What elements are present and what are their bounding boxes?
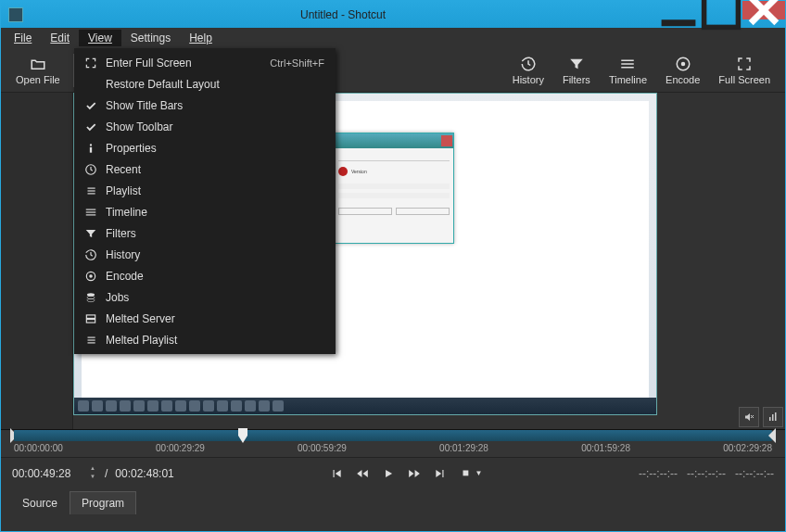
funnel-icon <box>568 56 585 72</box>
timeline-ruler[interactable]: 00:00:00:00 00:00:29:29 00:00:59:29 00:0… <box>1 429 785 457</box>
menu-history[interactable]: History <box>74 244 336 265</box>
menu-help[interactable]: Help <box>180 30 222 46</box>
menu-playlist[interactable]: Playlist <box>74 180 336 201</box>
menu-file[interactable]: File <box>5 30 41 46</box>
menu-timeline[interactable]: Timeline <box>74 201 336 222</box>
mute-button[interactable] <box>739 407 759 427</box>
time-mark: 00:02:29:28 <box>723 443 772 453</box>
frame-taskbar <box>74 398 656 414</box>
folder-open-icon <box>30 56 46 72</box>
time-mark: 00:00:29:29 <box>156 443 205 453</box>
history-icon <box>520 56 537 72</box>
menu-restore-layout[interactable]: Restore Default Layout <box>74 73 336 95</box>
tc-1: --:--:--:-- <box>639 467 678 480</box>
filters-button[interactable]: Filters <box>553 54 600 87</box>
playback-controls: ▲▼ / 00:02:48:01 ▼ --:--:--:-- --:--:--:… <box>1 457 785 488</box>
timeline-button[interactable]: Timeline <box>600 54 656 87</box>
menu-edit[interactable]: Edit <box>41 30 79 46</box>
rewind-button[interactable] <box>356 467 369 480</box>
left-panel <box>1 93 73 429</box>
disc-icon <box>82 270 100 283</box>
svg-point-8 <box>681 62 684 65</box>
menu-melted-server[interactable]: Melted Server <box>74 308 336 329</box>
menu-view[interactable]: View <box>79 30 121 46</box>
menu-encode[interactable]: Encode <box>74 265 336 286</box>
preview-corner-buttons <box>739 407 783 427</box>
titlebar: Untitled - Shotcut <box>1 1 785 28</box>
time-mark: 00:00:00:00 <box>14 443 63 453</box>
info-icon <box>82 142 100 155</box>
current-time-input[interactable] <box>12 467 81 480</box>
check-icon <box>82 120 100 133</box>
open-file-button[interactable]: Open File <box>6 54 70 87</box>
view-menu-dropdown: Enter Full Screen Ctrl+Shift+F Restore D… <box>74 48 336 354</box>
close-button[interactable] <box>742 1 785 19</box>
svg-rect-13 <box>775 412 777 421</box>
menu-enter-full-screen[interactable]: Enter Full Screen Ctrl+Shift+F <box>74 52 336 73</box>
minimize-button[interactable] <box>657 1 700 19</box>
tab-program[interactable]: Program <box>70 491 136 514</box>
svg-rect-14 <box>463 470 469 475</box>
out-point-handle[interactable] <box>768 428 776 443</box>
menu-melted-playlist[interactable]: Melted Playlist <box>74 329 336 350</box>
fast-forward-button[interactable] <box>408 467 421 480</box>
timeline-icon <box>82 206 100 219</box>
fullscreen-button[interactable]: Full Screen <box>709 54 780 87</box>
timecode-readouts: --:--:--:-- --:--:--:-- --:--:--:-- <box>639 467 774 480</box>
list-icon <box>82 184 100 197</box>
frame-dialog: Version <box>334 133 454 244</box>
menu-show-toolbar[interactable]: Show Toolbar <box>74 116 336 137</box>
window-controls <box>657 1 785 28</box>
tc-2: --:--:--:-- <box>687 467 726 480</box>
svg-point-15 <box>90 144 92 146</box>
fullscreen-icon <box>82 57 100 70</box>
svg-rect-16 <box>90 146 92 152</box>
svg-point-25 <box>90 274 92 276</box>
svg-rect-12 <box>772 414 774 421</box>
funnel-icon <box>82 227 100 240</box>
history-button[interactable]: History <box>503 54 553 87</box>
player-tabs: Source Program <box>1 488 785 514</box>
svg-rect-1 <box>704 0 739 27</box>
clock-icon <box>82 163 100 176</box>
skip-start-button[interactable] <box>330 467 343 480</box>
zoom-dropdown[interactable]: ▼ <box>460 467 482 480</box>
time-mark: 00:00:59:29 <box>298 443 347 453</box>
disc-icon <box>675 56 691 72</box>
play-button[interactable] <box>382 467 395 480</box>
menu-jobs[interactable]: Jobs <box>74 286 336 308</box>
fullscreen-icon <box>736 56 753 72</box>
svg-rect-11 <box>769 417 771 421</box>
tc-3: --:--:--:-- <box>735 467 774 480</box>
menu-properties[interactable]: Properties <box>74 137 336 158</box>
list-icon <box>82 334 100 347</box>
svg-rect-29 <box>86 314 95 318</box>
skip-end-button[interactable] <box>434 467 447 480</box>
meter-button[interactable] <box>763 407 783 427</box>
app-icon <box>8 7 23 22</box>
time-spinner[interactable]: ▲▼ <box>88 465 97 482</box>
tab-source[interactable]: Source <box>10 491 70 514</box>
maximize-button[interactable] <box>700 1 742 19</box>
history-icon <box>82 248 100 261</box>
encode-button[interactable]: Encode <box>656 54 709 87</box>
stack-icon <box>82 291 100 304</box>
time-mark: 00:01:29:28 <box>439 443 488 453</box>
svg-rect-30 <box>86 319 95 323</box>
menu-recent[interactable]: Recent <box>74 158 336 180</box>
menu-settings[interactable]: Settings <box>121 30 180 46</box>
menu-show-title-bars[interactable]: Show Title Bars <box>74 95 336 116</box>
timeline-icon <box>619 56 636 72</box>
total-time: 00:02:48:01 <box>115 467 173 480</box>
timeline-labels: 00:00:00:00 00:00:29:29 00:00:59:29 00:0… <box>14 443 772 453</box>
check-icon <box>82 99 100 112</box>
menu-filters[interactable]: Filters <box>74 222 336 244</box>
time-mark: 00:01:59:28 <box>581 443 630 453</box>
timeline-track[interactable] <box>14 430 772 441</box>
footer <box>1 514 785 531</box>
server-icon <box>82 312 100 325</box>
window-title: Untitled - Shotcut <box>29 8 657 21</box>
